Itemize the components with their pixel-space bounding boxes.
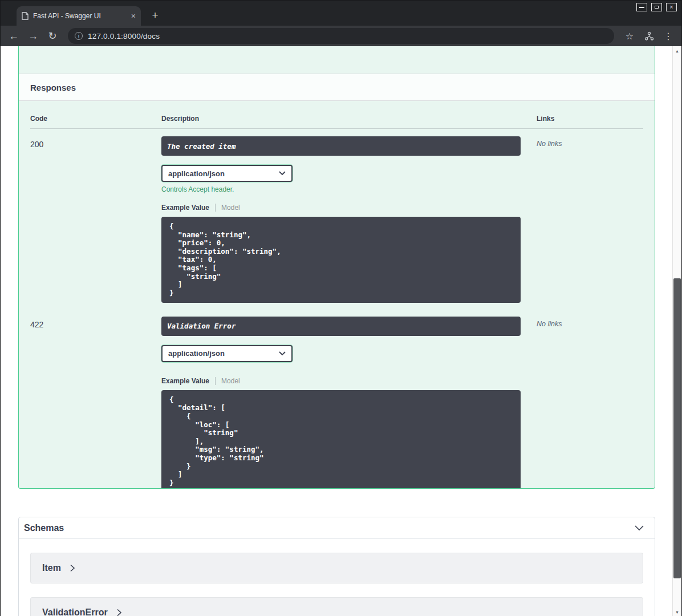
schemas-title: Schemas [24, 523, 64, 533]
accept-header-hint: Controls Accept header. [161, 185, 521, 193]
media-router-icon[interactable] [642, 29, 656, 43]
maximize-icon [655, 6, 659, 9]
chevron-right-icon [116, 609, 122, 616]
section-spacer [19, 46, 655, 74]
response-code: 200 [30, 136, 161, 310]
tab-example-value[interactable]: Example Value [161, 377, 209, 385]
page-favicon-icon [22, 12, 29, 20]
code-column-header: Code [30, 115, 161, 123]
chevron-down-icon [279, 171, 286, 176]
scrollbar-thumb[interactable] [673, 278, 681, 578]
chevron-down-icon [279, 351, 286, 356]
response-description: The created item [161, 136, 521, 156]
model-row-item[interactable]: Item [30, 553, 643, 583]
schemas-model-list: Item ValidationError [19, 539, 655, 616]
response-code: 422 [30, 317, 161, 489]
chevron-right-icon [70, 564, 75, 572]
browser-toolbar: ← → ↻ i 127.0.0.1:8000/docs ☆ ⋮ [1, 26, 681, 46]
site-info-icon[interactable]: i [75, 32, 83, 40]
example-code-block: { "name": "string", "price": 0, "descrip… [161, 217, 521, 303]
tab-divider [215, 204, 216, 212]
back-button[interactable]: ← [6, 29, 21, 43]
scrollbar-up-arrow-icon[interactable]: ▲ [673, 46, 681, 55]
tab-divider [215, 377, 216, 385]
browser-menu-icon[interactable]: ⋮ [661, 29, 676, 43]
address-bar[interactable]: i 127.0.0.1:8000/docs [68, 28, 614, 44]
forward-button[interactable]: → [26, 29, 40, 43]
schemas-header[interactable]: Schemas [19, 517, 655, 539]
url-text: 127.0.0.1:8000/docs [88, 32, 160, 40]
model-name: Item [42, 563, 61, 573]
media-type-value: application/json [168, 349, 225, 358]
tab-title: Fast API - Swagger UI [33, 12, 127, 20]
responses-title: Responses [30, 83, 76, 92]
tab-example-value[interactable]: Example Value [161, 204, 209, 212]
window-close-button[interactable]: × [666, 3, 677, 11]
response-links: No links [537, 317, 643, 489]
response-description-cell: The created item application/json Contro… [161, 136, 537, 310]
window-minimize-button[interactable] [636, 3, 647, 11]
media-type-value: application/json [168, 169, 225, 178]
model-row-validationerror[interactable]: ValidationError [30, 597, 643, 616]
responses-section: Responses Code Description Links 200 The… [18, 46, 655, 489]
new-tab-button[interactable]: + [148, 8, 163, 23]
media-type-select[interactable]: application/json [161, 165, 293, 182]
example-model-tabs: Example Value Model [161, 377, 521, 385]
description-column-header: Description [161, 115, 537, 123]
links-column-header: Links [537, 115, 643, 123]
example-code-block: { "detail": [ { "loc": [ "string" ], "ms… [161, 390, 521, 489]
schemas-section: Schemas Item ValidationError [18, 517, 655, 616]
page-scrollbar[interactable]: ▲ ▼ [672, 46, 681, 616]
model-name: ValidationError [42, 607, 108, 616]
chevron-down-icon [634, 525, 644, 532]
response-links: No links [537, 136, 643, 310]
scrollbar-down-arrow-icon[interactable]: ▼ [673, 607, 681, 616]
responses-header: Responses [19, 74, 655, 101]
responses-table-header: Code Description Links [30, 107, 643, 129]
media-type-select[interactable]: application/json [161, 345, 293, 362]
tab-model[interactable]: Model [221, 204, 240, 212]
response-description-cell: Validation Error application/json Exampl… [161, 317, 537, 489]
response-description: Validation Error [161, 317, 521, 336]
window-maximize-button[interactable] [651, 3, 662, 11]
browser-window: Fast API - Swagger UI × + × ← → ↻ i 127.… [0, 0, 682, 616]
window-controls: × [636, 3, 677, 11]
page-content: Responses Code Description Links 200 The… [1, 46, 681, 616]
minimize-icon [639, 7, 644, 8]
response-row-200: 200 The created item application/json Co… [30, 129, 643, 310]
responses-table: Code Description Links 200 The created i… [19, 101, 655, 489]
reload-button[interactable]: ↻ [45, 29, 60, 43]
example-model-tabs: Example Value Model [161, 204, 521, 212]
response-row-422: 422 Validation Error application/json Ex… [30, 310, 643, 489]
tab-model[interactable]: Model [221, 377, 240, 385]
bookmark-star-icon[interactable]: ☆ [622, 29, 637, 43]
tab-close-icon[interactable]: × [131, 11, 136, 21]
browser-titlebar: Fast API - Swagger UI × + × [1, 1, 681, 26]
browser-tab[interactable]: Fast API - Swagger UI × [17, 6, 141, 26]
